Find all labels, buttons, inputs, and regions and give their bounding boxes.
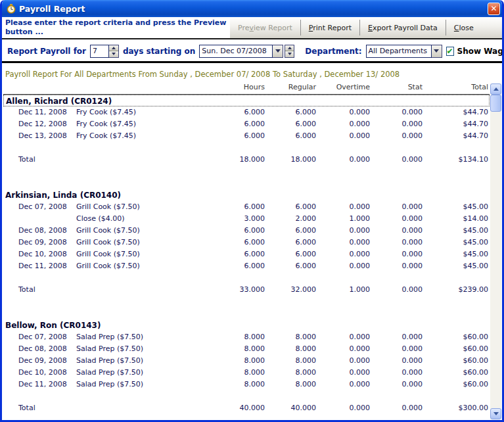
start-date-spinner-up-icon[interactable] [285,45,294,51]
payroll-grid: Allen, Richard (CR0124)Dec 11, 2008Fry C… [2,95,490,414]
days-spinner-up-icon[interactable] [109,45,118,51]
payroll-row[interactable]: Dec 11, 2008Grill Cook ($7.50)6.0006.000… [2,260,490,272]
overtime-cell: 0.000 [311,379,370,390]
job-cell: Grill Cook ($7.50) [76,260,140,272]
overtime-cell: 0.000 [311,118,370,130]
regular-cell: 8.000 [257,331,316,343]
report-criteria-bar: Report Payroll for days starting on Sun.… [2,41,502,63]
payroll-row[interactable]: Dec 13, 2008Fry Cook ($7.45)6.0006.0000.… [2,130,490,142]
payroll-row[interactable]: Dec 11, 2008Salad Prep ($7.50)8.0008.000… [2,379,490,390]
stopwatch-icon [6,3,16,14]
instruction-text: Please enter the report criteria and pre… [5,18,227,37]
hours-cell: 6.000 [206,237,265,248]
spacer-row [2,142,490,154]
date-cell: Dec 07, 2008 [18,331,67,343]
start-date-spinner-down-icon[interactable] [285,51,294,57]
total-cell: $44.70 [426,130,488,142]
regular-cell: 6.000 [257,118,316,130]
hours-cell: 6.000 [206,248,265,260]
payroll-row[interactable]: Dec 10, 2008Grill Cook ($7.50)6.0006.000… [2,248,490,260]
column-header-hours: Hours [206,83,265,91]
date-cell: Dec 11, 2008 [18,379,67,390]
regular-cell: 8.000 [257,379,316,390]
employee-total-row[interactable]: Total33.00032.0001.0000.000$239.00 [2,284,490,296]
total-cell: $60.00 [426,355,488,367]
vertical-scrollbar[interactable] [490,83,501,419]
payroll-row[interactable]: Dec 08, 2008Grill Cook ($7.50)6.0006.000… [2,225,490,237]
scrollbar-thumb[interactable] [490,95,501,112]
employee-header-row[interactable]: Allen, Richard (CR0124) [3,95,490,106]
start-date-value[interactable]: Sun. Dec 07/2008 [199,45,273,58]
hours-cell: 6.000 [206,106,265,118]
hours-cell: 6.000 [206,225,265,237]
payroll-row[interactable]: Dec 07, 2008Salad Prep ($7.50)8.0008.000… [2,331,490,343]
total-cell: $60.00 [426,367,488,379]
overtime-cell: 0.000 [311,237,370,248]
close-button[interactable]: Close [446,17,482,38]
stat-cell: 0.000 [363,343,423,355]
stat-cell: 0.000 [363,260,423,272]
regular-cell: 8.000 [257,367,316,379]
report-range-title: Payroll Report For All Departments From … [5,70,400,79]
stat-cell: 0.000 [363,225,423,237]
employee-header-row[interactable]: Bellow, Ron (CR0143) [2,319,490,331]
scroll-down-icon[interactable] [490,408,501,419]
department-dropdown-icon[interactable] [432,45,442,58]
hours-cell: 40.000 [206,402,265,414]
payroll-row[interactable]: Dec 10, 2008Salad Prep ($7.50)8.0008.000… [2,367,490,379]
employee-header-row[interactable]: Arkinsian, Linda (CR0140) [2,189,490,201]
total-cell: $45.00 [426,237,488,248]
hours-cell: 6.000 [206,260,265,272]
employee-total-row[interactable]: Total18.00018.0000.0000.000$134.10 [2,154,490,166]
days-starting-on-label: days starting on [123,47,195,56]
overtime-cell: 0.000 [311,130,370,142]
payroll-row[interactable]: Dec 07, 2008Grill Cook ($7.50)6.0006.000… [2,201,490,213]
date-cell: Dec 13, 2008 [18,130,67,142]
spacer-row [2,166,490,177]
job-cell: Fry Cook ($7.45) [76,106,136,118]
stat-cell: 0.000 [363,379,423,390]
date-cell: Dec 10, 2008 [18,248,67,260]
start-date-picker: Sun. Dec 07/2008 [199,45,294,58]
payroll-row[interactable]: Dec 08, 2008Salad Prep ($7.50)8.0008.000… [2,343,490,355]
hours-cell: 8.000 [206,343,265,355]
department-value[interactable]: All Departments [366,45,432,58]
regular-cell: 6.000 [257,201,316,213]
days-spinner-down-icon[interactable] [109,51,118,57]
title-bar[interactable]: Payroll Report ✕ [0,0,504,17]
total-cell: $45.00 [426,201,488,213]
print-report-button[interactable]: Print Report [301,17,359,38]
hours-cell: 6.000 [206,130,265,142]
show-wages-label: Show Wages [457,47,504,56]
stat-cell: 0.000 [363,367,423,379]
payroll-row[interactable]: Close ($4.00)3.0002.0001.0000.000$14.00 [2,213,490,225]
payroll-row[interactable]: Dec 09, 2008Salad Prep ($7.50)8.0008.000… [2,355,490,367]
stat-cell: 0.000 [363,154,423,166]
days-input[interactable] [91,45,108,57]
regular-cell: 40.000 [257,402,316,414]
export-payroll-data-button[interactable]: Export Payroll Data [360,17,446,38]
job-cell: Close ($4.00) [76,213,125,225]
job-cell: Grill Cook ($7.50) [76,225,140,237]
hours-cell: 6.000 [206,201,265,213]
employee-total-row[interactable]: Total40.00040.0000.0000.000$300.00 [2,402,490,414]
spacer-row [2,177,490,189]
scroll-up-icon[interactable] [490,83,501,95]
close-icon[interactable]: ✕ [488,3,500,15]
start-date-dropdown-icon[interactable] [273,45,283,58]
preview-report-button[interactable]: Preview Report [230,17,300,38]
payroll-row[interactable]: Dec 09, 2008Grill Cook ($7.50)6.0006.000… [2,237,490,248]
payroll-row[interactable]: Dec 12, 2008Fry Cook ($7.45)6.0006.0000.… [2,118,490,130]
total-cell: $45.00 [426,260,488,272]
total-cell: $44.70 [426,118,488,130]
overtime-cell: 1.000 [311,284,370,296]
stat-cell: 0.000 [363,201,423,213]
payroll-row[interactable]: Dec 11, 2008Fry Cook ($7.45)6.0006.0000.… [2,106,490,118]
window-title: Payroll Report [19,4,85,14]
total-cell: $60.00 [426,331,488,343]
regular-cell: 6.000 [257,106,316,118]
column-header-overtime: Overtime [311,83,370,91]
job-cell: Salad Prep ($7.50) [76,379,143,390]
date-cell: Dec 09, 2008 [18,355,67,367]
show-wages-checkbox[interactable]: ✔ [446,47,454,56]
